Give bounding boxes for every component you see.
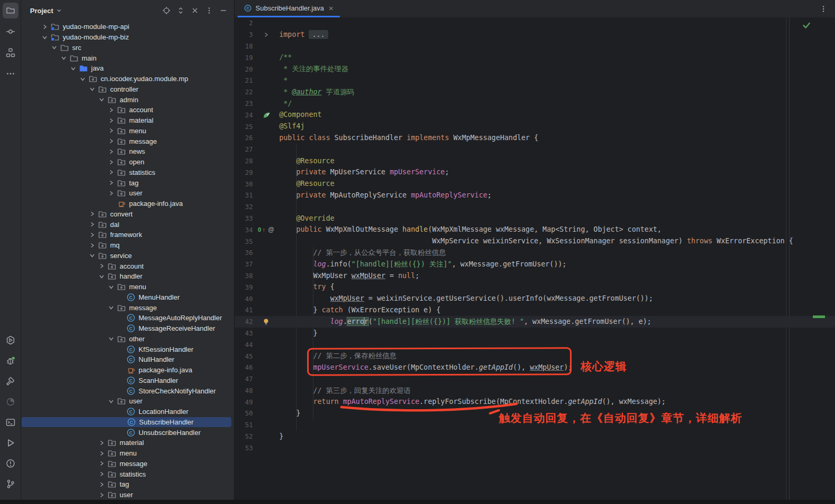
chevron-open-icon[interactable] xyxy=(50,43,58,52)
chevron-closed-icon[interactable] xyxy=(107,106,115,114)
tree-item-main[interactable]: main xyxy=(21,53,231,63)
options-icon[interactable] xyxy=(205,6,213,15)
tree-item-user[interactable]: user xyxy=(21,490,231,500)
chevron-closed-icon[interactable] xyxy=(88,241,96,250)
tree-item-package-info-java[interactable]: package-info.java xyxy=(21,365,231,375)
spring-bean-icon[interactable] xyxy=(262,111,270,119)
code-line-53[interactable]: 53 xyxy=(235,442,835,453)
code-line-23[interactable]: 23 */ xyxy=(235,98,835,110)
expand-all-icon[interactable] xyxy=(176,6,185,15)
chevron-closed-icon[interactable] xyxy=(107,137,115,145)
tree-item-user[interactable]: user xyxy=(21,396,231,407)
tree-item-messagereceivehandler[interactable]: CMessageReceiveHandler xyxy=(21,323,231,334)
tab-options-kebab-icon[interactable] xyxy=(819,0,828,17)
tree-item-java[interactable]: java xyxy=(21,63,231,74)
tree-item-tag[interactable]: tag xyxy=(21,177,231,188)
version-control-icon[interactable] xyxy=(3,476,18,492)
tree-item-tag[interactable]: tag xyxy=(21,479,231,490)
chevron-closed-icon[interactable] xyxy=(97,449,106,458)
project-panel-title[interactable]: Project xyxy=(30,7,62,15)
chevron-open-icon[interactable] xyxy=(69,64,77,73)
tree-item-yudao-module-mp-biz[interactable]: yudao-module-mp-biz xyxy=(21,32,231,43)
code-line-25[interactable]: 25@Slf4j xyxy=(235,121,835,132)
chevron-open-icon[interactable] xyxy=(88,85,96,93)
tree-item-service[interactable]: service xyxy=(21,251,231,261)
editor-body[interactable]: 23import ...1819/**20 * 关注的事件处理器21 *22 *… xyxy=(235,17,835,504)
commit-icon[interactable] xyxy=(3,24,18,39)
tab-close-icon[interactable]: × xyxy=(329,4,333,12)
code-line-39[interactable]: 39 try { xyxy=(235,281,835,293)
tree-item-message[interactable]: message xyxy=(21,459,231,469)
hide-icon[interactable] xyxy=(219,6,228,15)
chevron-open-icon[interactable] xyxy=(88,251,96,260)
code-line-19[interactable]: 19/** xyxy=(235,52,835,63)
tree-item-yudao-module-mp-api[interactable]: yudao-module-mp-api xyxy=(21,22,231,32)
code-line-43[interactable]: 43 } xyxy=(235,328,835,339)
code-line-28[interactable]: 28 @Resource xyxy=(235,155,835,167)
chevron-closed-icon[interactable] xyxy=(107,116,115,125)
collapse-all-icon[interactable] xyxy=(191,6,199,15)
chevron-closed-icon[interactable] xyxy=(88,220,96,229)
code-line-48[interactable]: 48 // 第三步，回复关注的欢迎语 xyxy=(235,385,835,397)
code-line-40[interactable]: 40 wxMpUser = weixinService.getUserServi… xyxy=(235,293,835,304)
chevron-open-icon[interactable] xyxy=(107,334,115,343)
tree-item-menu[interactable]: menu xyxy=(21,126,231,136)
code-line-34[interactable]: 34O↑@ public WxMpXmlOutMessage handle(Wx… xyxy=(235,224,835,235)
tree-item-src[interactable]: src xyxy=(21,43,231,53)
locate-icon[interactable] xyxy=(162,6,171,15)
fold-chevron-icon[interactable] xyxy=(263,32,269,38)
chevron-closed-icon[interactable] xyxy=(107,189,115,197)
tree-item-convert[interactable]: convert xyxy=(21,209,231,220)
code-line-20[interactable]: 20 * 关注的事件处理器 xyxy=(235,63,835,75)
chevron-open-icon[interactable] xyxy=(41,33,49,42)
code-line-21[interactable]: 21 * xyxy=(235,75,835,86)
run-icon[interactable] xyxy=(3,435,18,451)
tree-item-admin[interactable]: admin xyxy=(21,94,231,105)
code-line-2[interactable]: 2 xyxy=(235,17,835,29)
code-line-52[interactable]: 52} xyxy=(235,431,835,442)
code-line-41[interactable]: 41 } catch (WxErrorException e) { xyxy=(235,304,835,316)
tree-item-package-info-java[interactable]: package-info.java xyxy=(21,199,231,209)
chevron-closed-icon[interactable] xyxy=(107,179,115,187)
tree-item-kfsessionhandler[interactable]: CKfSessionHandler xyxy=(21,344,231,354)
intention-bulb-icon[interactable] xyxy=(262,318,270,325)
problems-icon[interactable] xyxy=(3,456,18,471)
tree-item-unsubscribehandler[interactable]: CUnsubscribeHandler xyxy=(21,427,231,438)
tree-item-scanhandler[interactable]: CScanHandler xyxy=(21,375,231,386)
tree-item-account[interactable]: account xyxy=(21,105,231,115)
tree-item-statistics[interactable]: statistics xyxy=(21,469,231,479)
tree-item-material[interactable]: material xyxy=(21,438,231,448)
code-line-30[interactable]: 30 @Resource xyxy=(235,178,835,190)
chevron-closed-icon[interactable] xyxy=(107,168,115,176)
profiler-icon[interactable] xyxy=(3,394,18,410)
tree-item-handler[interactable]: handler xyxy=(21,271,231,282)
code-line-49[interactable]: 49 return mpAutoReplyService.replyForSub… xyxy=(235,396,835,408)
code-line-33[interactable]: 33 @Override xyxy=(235,213,835,224)
tree-item-news[interactable]: news xyxy=(21,146,231,157)
chevron-closed-icon[interactable] xyxy=(88,210,96,218)
tree-item-open[interactable]: open xyxy=(21,157,231,167)
debug-icon[interactable] xyxy=(3,353,18,369)
chevron-closed-icon[interactable] xyxy=(97,480,106,489)
code-line-18[interactable]: 18 xyxy=(235,41,835,52)
chevron-open-icon[interactable] xyxy=(107,283,115,291)
tree-item-message[interactable]: message xyxy=(21,136,231,146)
code-line-27[interactable]: 27 xyxy=(235,144,835,155)
chevron-open-icon[interactable] xyxy=(60,54,68,62)
chevron-open-icon[interactable] xyxy=(97,272,106,281)
chevron-closed-icon[interactable] xyxy=(88,231,96,239)
tree-item-material[interactable]: material xyxy=(21,115,231,126)
chevron-closed-icon[interactable] xyxy=(107,158,115,166)
tree-item-statistics[interactable]: statistics xyxy=(21,167,231,178)
chevron-open-icon[interactable] xyxy=(78,75,87,83)
code-line-32[interactable]: 32 xyxy=(235,201,835,213)
project-icon[interactable] xyxy=(3,3,18,18)
tree-item-menu[interactable]: menu xyxy=(21,448,231,459)
tree-item-mq[interactable]: mq xyxy=(21,240,231,251)
tree-item-controller[interactable]: controller xyxy=(21,84,231,95)
tree-item-subscribehandler[interactable]: CSubscribeHandler xyxy=(22,417,231,428)
chevron-open-icon[interactable] xyxy=(97,95,106,104)
chevron-closed-icon[interactable] xyxy=(107,126,115,135)
terminal-icon[interactable] xyxy=(3,414,18,430)
code-line-37[interactable]: 37 log.info("[handle][粉丝({}) 关注]", wxMes… xyxy=(235,259,835,270)
